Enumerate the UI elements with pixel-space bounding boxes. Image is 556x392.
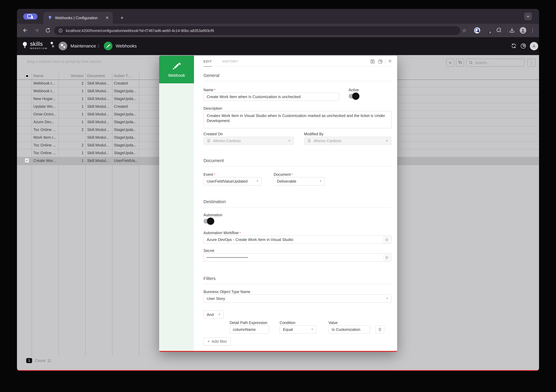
downloads-button[interactable] (509, 27, 515, 34)
condition-select[interactable]: Equal ▼ (280, 325, 317, 334)
value-label: Value (328, 321, 338, 325)
user-icon (520, 28, 526, 33)
preview-eye-button[interactable] (383, 237, 390, 243)
group-by-hint: drag a column here to group by that colu… (27, 59, 102, 64)
cell-name: Omie-OnInt... (33, 112, 58, 117)
cell-name: Toc Online ... (33, 127, 58, 132)
event-label: Event (203, 172, 215, 177)
browser-profile-avatar[interactable] (520, 27, 526, 34)
bookmark-star-button[interactable]: ☆ (462, 27, 466, 34)
automation-workflow-label: Automation Workflow (203, 231, 241, 235)
column-header-name[interactable]: Name (33, 73, 44, 78)
toolbar-divider (508, 28, 508, 33)
search-input[interactable] (475, 60, 517, 65)
chevron-down-icon: ▼ (386, 297, 388, 300)
trash-icon (378, 327, 382, 332)
webhook-icon (104, 42, 112, 50)
pie-chart-icon[interactable] (378, 59, 383, 64)
cell-version: 1 (59, 89, 84, 93)
forward-button[interactable] (34, 27, 39, 33)
cell-name: Toc Online ... (33, 151, 58, 155)
automation-workflow-field[interactable]: Azure DevOps - Create Work Item in Visua… (203, 235, 392, 244)
automation-toggle[interactable] (203, 219, 214, 224)
cell-document: Skill.Modul... (87, 127, 112, 132)
row-count: Count: 11 (35, 358, 51, 363)
section-destination: Destination (203, 199, 226, 204)
browser-tab-active[interactable]: Webhooks | Configuration ✕ (43, 12, 113, 24)
active-label: Active (349, 88, 359, 92)
tab-history[interactable]: HISTORY (222, 60, 238, 63)
delete-filter-button[interactable] (375, 325, 384, 334)
grid-menu-button[interactable]: ⋮ (527, 59, 535, 67)
star-icon: ☆ (462, 27, 466, 33)
url-text: localhost:4200/home/configuration/webhoo… (66, 29, 214, 33)
pie-chart-icon[interactable] (520, 43, 526, 49)
close-icon[interactable]: ✕ (387, 58, 393, 64)
user-avatar[interactable]: A (530, 42, 538, 50)
chevron-down-icon: ▼ (311, 328, 314, 331)
section-divider (203, 81, 391, 81)
business-object-type-select[interactable]: User Story ▼ (203, 294, 392, 303)
browser-menu-button[interactable]: ⋮ (530, 27, 535, 34)
created-on-field: Afonso Cardoso ▼ (203, 137, 294, 145)
cell-document: Skill.Modul... (87, 135, 112, 140)
cell-document: Skill.Modul... (87, 151, 112, 155)
person-icon (307, 139, 311, 143)
webhook-icon (172, 61, 181, 70)
plus-icon: + (449, 60, 452, 66)
condition-value: Equal (283, 327, 293, 332)
save-icon[interactable] (370, 59, 375, 64)
column-header-document[interactable]: Document (87, 73, 105, 78)
column-header-action-type[interactable]: Action T... (114, 73, 131, 78)
browser-profile-pill[interactable] (23, 13, 38, 20)
cell-document: Skill.Modul... (87, 112, 112, 117)
tab-title: Webhooks | Configuration (55, 16, 104, 20)
modified-by-value: Afonso Cardoso (314, 139, 341, 143)
description-field[interactable]: Creates Work Item in Visual Studio when … (203, 111, 392, 128)
cell-version: 2 (59, 81, 84, 86)
cell-name: Toc Online ... (33, 143, 58, 148)
document-select[interactable]: Deliverable ▼ (274, 177, 325, 185)
secret-masked-value: •••••••••••••••••••••••••••• (207, 256, 248, 259)
extensions-menu-button[interactable] (496, 27, 502, 34)
breadcrumb-maintenance[interactable]: Maintenance (59, 42, 96, 50)
filter-button[interactable] (456, 59, 464, 67)
cell-version: 1 (59, 112, 84, 117)
add-filter-button[interactable]: + Add filter (203, 337, 231, 345)
eye-icon (385, 238, 389, 242)
active-toggle[interactable] (349, 94, 359, 99)
kebab-icon: ⋮ (529, 60, 533, 65)
name-field[interactable]: Create Work Item when Is Customization i… (203, 93, 339, 101)
site-info-icon[interactable] (58, 28, 63, 33)
breadcrumb-webhooks[interactable]: Webhooks (104, 42, 137, 50)
reveal-secret-button[interactable] (383, 254, 390, 261)
document-label: Document (274, 172, 293, 177)
value-field[interactable]: Is Customization (328, 325, 370, 334)
password-extension-button[interactable] (474, 27, 480, 34)
tab-search-button[interactable] (524, 13, 532, 20)
back-button[interactable] (22, 27, 28, 33)
cell-document: Skill.Modul... (87, 96, 112, 101)
event-select[interactable]: UserFieldValueUpdated ▼ (203, 177, 262, 185)
detail-path-expression-field[interactable]: columnName (230, 325, 269, 334)
add-webhook-button[interactable]: + (446, 59, 454, 67)
row-checkbox[interactable]: ✓ (25, 158, 29, 163)
column-header-version[interactable]: Version (59, 73, 84, 78)
description-value: Creates Work Item in Visual Studio when … (207, 113, 385, 123)
section-divider (203, 284, 391, 284)
cell-version: 1 (59, 158, 84, 163)
secret-field[interactable]: •••••••••••••••••••••••••••• (203, 253, 392, 262)
search-box[interactable] (466, 59, 525, 67)
extension-badge-button[interactable]: 6 (485, 27, 491, 34)
operator-select[interactable]: And ▼ (203, 310, 224, 319)
page-badge[interactable]: 1 (26, 358, 32, 363)
new-tab-button[interactable]: + (118, 14, 126, 22)
refresh-icon[interactable] (510, 43, 517, 49)
url-bar[interactable]: localhost:4200/home/configuration/webhoo… (54, 26, 460, 35)
app-logo[interactable]: skills WORKFLOW (22, 41, 55, 50)
business-object-type-value: User Story (207, 296, 225, 301)
tab-close-icon[interactable]: ✕ (104, 15, 110, 21)
cell-version: 1 (59, 104, 84, 109)
tab-edit[interactable]: EDIT (203, 60, 212, 67)
reload-button[interactable] (45, 27, 51, 33)
